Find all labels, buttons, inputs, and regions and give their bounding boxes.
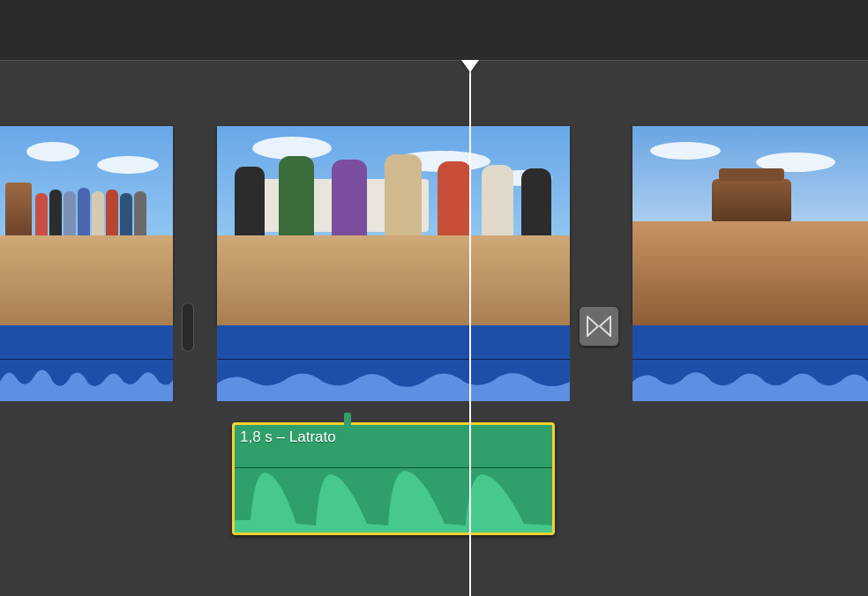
clip-audio-track[interactable] bbox=[0, 325, 173, 401]
sound-effect-waveform bbox=[235, 467, 552, 533]
clip-audio-track[interactable] bbox=[632, 325, 868, 401]
sound-effect-pin[interactable] bbox=[344, 413, 351, 425]
clip-thumbnail bbox=[632, 126, 868, 325]
sound-effect-duration: 1,8 s bbox=[240, 428, 273, 445]
sound-effect-clip[interactable]: 1,8 s – Latrato bbox=[232, 422, 555, 535]
transition-icon[interactable] bbox=[579, 306, 619, 346]
timeline[interactable]: 1,8 s – Latrato bbox=[0, 60, 868, 596]
clip-edge-handle[interactable] bbox=[182, 302, 194, 352]
sound-effect-name: Latrato bbox=[289, 428, 336, 445]
video-clip[interactable] bbox=[217, 126, 570, 401]
toolbar-strip bbox=[0, 0, 868, 60]
video-clip[interactable] bbox=[632, 126, 868, 401]
playhead-marker-icon bbox=[461, 60, 479, 72]
sound-effect-label: 1,8 s – Latrato bbox=[240, 428, 336, 446]
video-clip[interactable] bbox=[0, 126, 173, 401]
clip-thumbnail bbox=[0, 126, 173, 325]
clip-audio-track[interactable] bbox=[217, 325, 570, 401]
clip-thumbnail bbox=[217, 126, 570, 325]
